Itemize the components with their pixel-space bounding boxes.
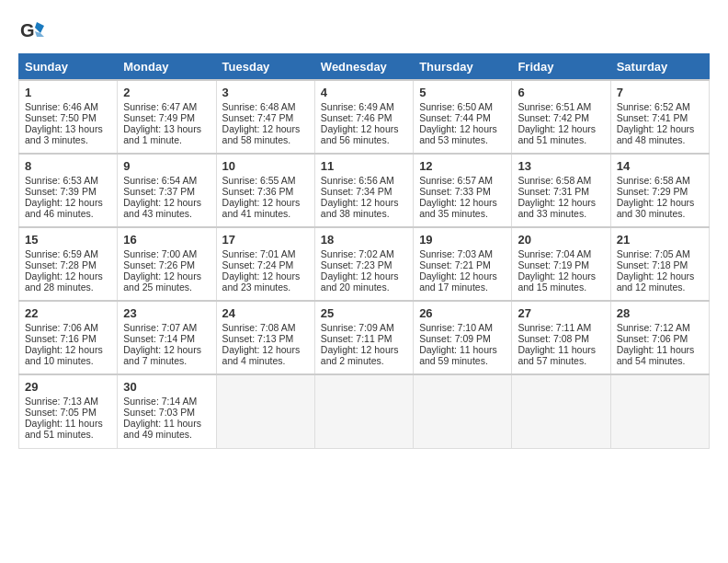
daylight: Daylight: 12 hours and 25 minutes. xyxy=(123,270,201,293)
day-number: 23 xyxy=(123,306,210,320)
calendar-cell: 17 Sunrise: 7:01 AM Sunset: 7:24 PM Dayl… xyxy=(216,227,314,301)
sunrise: Sunrise: 6:56 AM xyxy=(321,175,394,186)
day-number: 11 xyxy=(321,159,407,173)
svg-marker-1 xyxy=(35,22,44,33)
day-number: 2 xyxy=(123,86,210,99)
daylight: Daylight: 12 hours and 23 minutes. xyxy=(222,270,301,293)
sunset: Sunset: 7:06 PM xyxy=(617,333,688,344)
sunrise: Sunrise: 7:09 AM xyxy=(321,322,394,333)
week-row-4: 22 Sunrise: 7:06 AM Sunset: 7:16 PM Dayl… xyxy=(19,301,710,374)
daylight: Daylight: 12 hours and 4 minutes. xyxy=(222,344,301,366)
sunset: Sunset: 7:29 PM xyxy=(617,186,688,197)
page-header: G xyxy=(18,18,710,44)
day-number: 8 xyxy=(25,159,111,173)
calendar-cell xyxy=(314,374,413,448)
week-row-5: 29 Sunrise: 7:13 AM Sunset: 7:05 PM Dayl… xyxy=(19,374,710,448)
day-number: 16 xyxy=(123,233,210,247)
week-row-1: 1 Sunrise: 6:46 AM Sunset: 7:50 PM Dayli… xyxy=(19,80,710,154)
sunrise: Sunrise: 7:00 AM xyxy=(123,248,197,259)
daylight: Daylight: 12 hours and 2 minutes. xyxy=(321,344,399,366)
calendar-cell: 16 Sunrise: 7:00 AM Sunset: 7:26 PM Dayl… xyxy=(118,227,216,301)
header-day-friday: Friday xyxy=(512,54,610,81)
daylight: Daylight: 12 hours and 7 minutes. xyxy=(123,344,201,366)
daylight: Daylight: 12 hours and 35 minutes. xyxy=(419,197,497,219)
daylight: Daylight: 12 hours and 15 minutes. xyxy=(518,270,596,293)
sunrise: Sunrise: 7:12 AM xyxy=(617,322,690,333)
day-number: 6 xyxy=(518,86,604,99)
daylight: Daylight: 11 hours and 51 minutes. xyxy=(25,418,103,440)
sunset: Sunset: 7:23 PM xyxy=(321,259,392,270)
daylight: Daylight: 12 hours and 58 minutes. xyxy=(222,123,301,145)
sunset: Sunset: 7:03 PM xyxy=(123,407,195,418)
daylight: Daylight: 11 hours and 49 minutes. xyxy=(123,418,201,440)
sunrise: Sunrise: 7:03 AM xyxy=(419,248,493,259)
header-row: SundayMondayTuesdayWednesdayThursdayFrid… xyxy=(19,54,710,81)
day-number: 5 xyxy=(419,86,506,99)
calendar-cell: 6 Sunrise: 6:51 AM Sunset: 7:42 PM Dayli… xyxy=(512,80,610,154)
sunset: Sunset: 7:11 PM xyxy=(321,333,392,344)
day-number: 24 xyxy=(222,306,309,320)
day-number: 19 xyxy=(419,233,506,247)
sunrise: Sunrise: 6:48 AM xyxy=(222,101,296,112)
calendar-table: SundayMondayTuesdayWednesdayThursdayFrid… xyxy=(18,53,710,449)
daylight: Daylight: 12 hours and 38 minutes. xyxy=(321,197,399,219)
day-number: 17 xyxy=(222,233,309,247)
sunset: Sunset: 7:13 PM xyxy=(222,333,294,344)
header-day-wednesday: Wednesday xyxy=(314,54,413,81)
day-number: 13 xyxy=(518,159,604,173)
calendar-cell: 24 Sunrise: 7:08 AM Sunset: 7:13 PM Dayl… xyxy=(216,301,314,374)
calendar-cell xyxy=(216,374,314,448)
calendar-cell: 8 Sunrise: 6:53 AM Sunset: 7:39 PM Dayli… xyxy=(19,154,118,227)
sunrise: Sunrise: 6:54 AM xyxy=(123,175,197,186)
sunset: Sunset: 7:31 PM xyxy=(518,186,589,197)
calendar-cell: 10 Sunrise: 6:55 AM Sunset: 7:36 PM Dayl… xyxy=(216,154,314,227)
week-row-2: 8 Sunrise: 6:53 AM Sunset: 7:39 PM Dayli… xyxy=(19,154,710,227)
sunrise: Sunrise: 7:08 AM xyxy=(222,322,296,333)
calendar-cell: 28 Sunrise: 7:12 AM Sunset: 7:06 PM Dayl… xyxy=(610,301,709,374)
sunset: Sunset: 7:39 PM xyxy=(25,186,97,197)
sunrise: Sunrise: 6:53 AM xyxy=(25,175,98,186)
sunrise: Sunrise: 6:50 AM xyxy=(419,101,493,112)
sunrise: Sunrise: 6:57 AM xyxy=(419,175,493,186)
sunrise: Sunrise: 6:51 AM xyxy=(518,101,591,112)
day-number: 9 xyxy=(123,159,210,173)
daylight: Daylight: 12 hours and 30 minutes. xyxy=(617,197,695,219)
day-number: 28 xyxy=(617,306,703,320)
sunset: Sunset: 7:26 PM xyxy=(123,259,195,270)
sunrise: Sunrise: 6:46 AM xyxy=(25,101,98,112)
day-number: 22 xyxy=(25,306,111,320)
logo-icon: G xyxy=(18,18,44,44)
daylight: Daylight: 12 hours and 33 minutes. xyxy=(518,197,596,219)
header-day-tuesday: Tuesday xyxy=(216,54,314,81)
header-day-saturday: Saturday xyxy=(610,54,709,81)
calendar-cell: 23 Sunrise: 7:07 AM Sunset: 7:14 PM Dayl… xyxy=(118,301,216,374)
sunset: Sunset: 7:16 PM xyxy=(25,333,97,344)
calendar-cell: 30 Sunrise: 7:14 AM Sunset: 7:03 PM Dayl… xyxy=(118,374,216,448)
sunrise: Sunrise: 7:11 AM xyxy=(518,322,591,333)
sunrise: Sunrise: 6:55 AM xyxy=(222,175,296,186)
daylight: Daylight: 12 hours and 43 minutes. xyxy=(123,197,201,219)
sunrise: Sunrise: 7:04 AM xyxy=(518,248,591,259)
daylight: Daylight: 12 hours and 17 minutes. xyxy=(419,270,497,293)
calendar-cell: 7 Sunrise: 6:52 AM Sunset: 7:41 PM Dayli… xyxy=(610,80,709,154)
daylight: Daylight: 13 hours and 1 minute. xyxy=(123,123,201,145)
sunrise: Sunrise: 6:52 AM xyxy=(617,101,690,112)
sunrise: Sunrise: 6:58 AM xyxy=(518,175,591,186)
calendar-cell: 2 Sunrise: 6:47 AM Sunset: 7:49 PM Dayli… xyxy=(118,80,216,154)
calendar-cell: 18 Sunrise: 7:02 AM Sunset: 7:23 PM Dayl… xyxy=(314,227,413,301)
calendar-cell: 12 Sunrise: 6:57 AM Sunset: 7:33 PM Dayl… xyxy=(414,154,512,227)
day-number: 25 xyxy=(321,306,407,320)
calendar-cell: 25 Sunrise: 7:09 AM Sunset: 7:11 PM Dayl… xyxy=(314,301,413,374)
day-number: 14 xyxy=(617,159,703,173)
daylight: Daylight: 12 hours and 56 minutes. xyxy=(321,123,399,145)
sunrise: Sunrise: 6:58 AM xyxy=(617,175,690,186)
sunrise: Sunrise: 7:06 AM xyxy=(25,322,98,333)
daylight: Daylight: 11 hours and 54 minutes. xyxy=(617,344,695,366)
sunset: Sunset: 7:09 PM xyxy=(419,333,491,344)
sunset: Sunset: 7:28 PM xyxy=(25,259,97,270)
week-row-3: 15 Sunrise: 6:59 AM Sunset: 7:28 PM Dayl… xyxy=(19,227,710,301)
daylight: Daylight: 12 hours and 48 minutes. xyxy=(617,123,695,145)
day-number: 20 xyxy=(518,233,604,247)
sunset: Sunset: 7:24 PM xyxy=(222,259,294,270)
sunrise: Sunrise: 7:10 AM xyxy=(419,322,493,333)
